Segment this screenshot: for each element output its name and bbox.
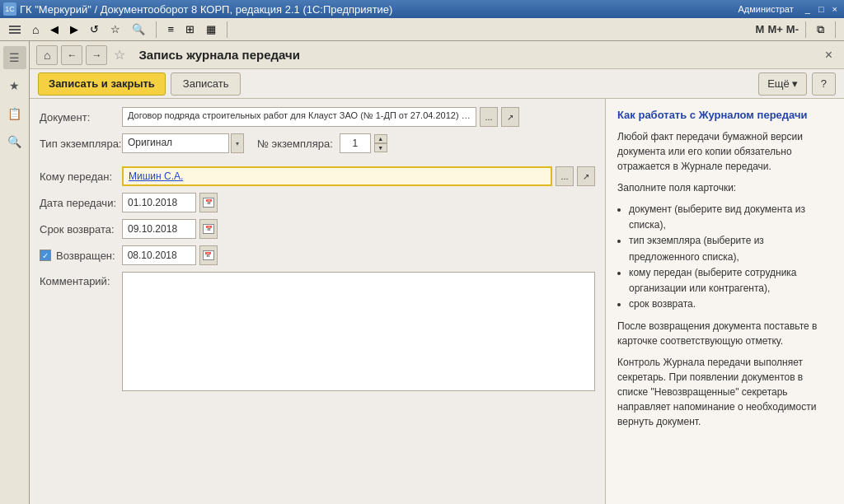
form-left: Документ: Договор подряда строительных р… bbox=[30, 99, 605, 504]
more-button[interactable]: Ещё ▾ bbox=[758, 72, 807, 96]
return-deadline-input[interactable] bbox=[122, 219, 196, 239]
comment-textarea[interactable] bbox=[122, 272, 595, 391]
doc-home-btn[interactable]: ⌂ bbox=[36, 45, 58, 65]
doc-close-btn[interactable]: × bbox=[820, 48, 837, 63]
help-list-item: срок возврата. bbox=[629, 296, 832, 312]
close-btn-app[interactable]: × bbox=[829, 3, 841, 15]
doc-forward-btn[interactable]: → bbox=[86, 45, 107, 65]
help-button[interactable]: ? bbox=[812, 72, 836, 96]
comment-label: Комментарий: bbox=[40, 272, 122, 287]
document-field: Договор подряда строительных работ для К… bbox=[122, 107, 595, 127]
document-choose-btn[interactable]: ... bbox=[480, 107, 498, 127]
returned-checkbox[interactable]: ✓ bbox=[40, 250, 51, 261]
comment-row: Комментарий: bbox=[40, 272, 595, 391]
toolbar-window-btn[interactable]: ⧉ bbox=[813, 21, 828, 39]
type-field: Оригинал ▾ № экземпляра: ▲ ▼ bbox=[122, 133, 595, 153]
help-list: документ (выберите вид документа из спис… bbox=[629, 202, 832, 312]
return-deadline-row: Срок возврата: 📅 bbox=[40, 219, 595, 239]
date-transfer-row: Дата передачи: 📅 bbox=[40, 193, 595, 212]
whom-field: Мишин С.А. ... ↗ bbox=[122, 166, 595, 186]
help-control: Контроль Журнала передачи выполняет секр… bbox=[617, 355, 832, 429]
sidebar-star-icon[interactable]: ★ bbox=[3, 74, 26, 97]
save-button[interactable]: Записать bbox=[171, 72, 241, 96]
document-input[interactable]: Договор подряда строительных работ для К… bbox=[122, 107, 476, 127]
toolbar-back-btn[interactable]: ◀ bbox=[46, 21, 63, 38]
doc-toolbar: ⌂ ← → ☆ Запись журнала передачи × bbox=[30, 41, 844, 69]
document-open-btn[interactable]: ↗ bbox=[501, 107, 519, 127]
toolbar-refresh-btn[interactable]: ↺ bbox=[86, 21, 103, 38]
sidebar-search-icon[interactable]: 🔍 bbox=[3, 130, 26, 153]
date-transfer-cal-btn[interactable]: 📅 bbox=[199, 193, 218, 212]
return-deadline-cal-btn[interactable]: 📅 bbox=[199, 219, 218, 239]
calendar-icon: 📅 bbox=[203, 198, 214, 208]
title-bar-left: 1С ГК "Меркурий" / Документооборот 8 КОР… bbox=[3, 2, 392, 16]
whom-choose-btn[interactable]: ... bbox=[556, 166, 574, 186]
help-list-item: тип экземпляра (выберите из предложенног… bbox=[629, 233, 832, 264]
help-fill-label: Заполните поля карточки: bbox=[617, 180, 832, 195]
left-sidebar: ☰ ★ 📋 🔍 bbox=[0, 41, 30, 504]
mplus-label: M+ bbox=[767, 23, 782, 35]
toolbar-grid-btn[interactable]: ⊞ bbox=[181, 21, 199, 38]
whom-open-btn[interactable]: ↗ bbox=[577, 166, 595, 186]
user-label: Администрат bbox=[738, 4, 794, 14]
calendar-icon-3: 📅 bbox=[203, 250, 214, 260]
save-close-button[interactable]: Записать и закрыть bbox=[38, 72, 166, 96]
help-after-return: После возвращения документа поставьте в … bbox=[617, 319, 832, 348]
help-intro: Любой факт передачи бумажной версии доку… bbox=[617, 129, 832, 174]
content-area: ⌂ ← → ☆ Запись журнала передачи × Записа… bbox=[30, 41, 844, 504]
date-transfer-label: Дата передачи: bbox=[40, 197, 122, 209]
toolbar-search-btn[interactable]: 🔍 bbox=[128, 21, 149, 38]
whom-input[interactable]: Мишин С.А. bbox=[122, 166, 552, 186]
num-spin-up[interactable]: ▲ bbox=[374, 134, 387, 143]
returned-label: Возвращен: bbox=[56, 250, 115, 262]
comment-section: Комментарий: bbox=[40, 272, 595, 391]
doc-star-btn[interactable]: ☆ bbox=[110, 47, 129, 63]
form-body: Документ: Договор подряда строительных р… bbox=[30, 99, 844, 504]
sidebar-clipboard-icon[interactable]: 📋 bbox=[3, 102, 26, 125]
app-icon: 1С bbox=[3, 2, 16, 16]
mminus-label: M- bbox=[786, 23, 799, 35]
separator3 bbox=[805, 21, 806, 38]
separator2 bbox=[227, 21, 227, 38]
toolbar-forward-btn[interactable]: ▶ bbox=[66, 21, 82, 38]
title-bar-right: Администрат _ □ × bbox=[738, 3, 841, 15]
toolbar-home-btn[interactable]: ⌂ bbox=[28, 21, 43, 39]
title-bar-text: ГК "Меркурий" / Документооборот 8 КОРП, … bbox=[20, 3, 392, 16]
type-dropdown-btn[interactable]: ▾ bbox=[231, 133, 244, 153]
type-row: Тип экземпляра: Оригинал ▾ № экземпляра:… bbox=[40, 133, 595, 153]
calendar-icon-2: 📅 bbox=[203, 224, 214, 234]
toolbar-list-btn[interactable]: ≡ bbox=[163, 21, 178, 38]
document-label: Документ: bbox=[40, 111, 122, 124]
returned-cal-btn[interactable]: 📅 bbox=[199, 245, 218, 265]
num-spin: ▲ ▼ bbox=[374, 134, 387, 152]
returned-date-input[interactable] bbox=[122, 245, 196, 265]
minimize-btn[interactable]: _ bbox=[802, 3, 814, 15]
date-transfer-input[interactable] bbox=[122, 193, 196, 212]
app-toolbar: ⌂ ◀ ▶ ↺ ☆ 🔍 ≡ ⊞ ▦ M M+ M- ⧉ bbox=[0, 18, 844, 41]
help-list-item: кому передан (выберите сотрудника органи… bbox=[629, 265, 832, 296]
num-exemplar-input[interactable] bbox=[340, 133, 371, 153]
separator bbox=[156, 21, 157, 38]
doc-back-btn[interactable]: ← bbox=[61, 45, 82, 65]
return-deadline-label: Срок возврата: bbox=[40, 223, 122, 236]
num-exemplar-label: № экземпляра: bbox=[257, 138, 333, 150]
sidebar-menu-icon[interactable]: ☰ bbox=[3, 46, 26, 69]
returned-checkbox-wrap: ✓ Возвращен: bbox=[40, 250, 122, 262]
menu-btn[interactable] bbox=[5, 23, 25, 36]
main-container: ☰ ★ 📋 🔍 ⌂ ← → ☆ Запись журнала передачи … bbox=[0, 41, 844, 504]
num-spin-down[interactable]: ▼ bbox=[374, 143, 387, 152]
dropdown-arrow-icon: ▾ bbox=[792, 77, 798, 90]
document-row: Документ: Договор подряда строительных р… bbox=[40, 107, 595, 127]
type-dropdown-wrapper: Оригинал ▾ bbox=[122, 133, 244, 153]
toolbar-table-btn[interactable]: ▦ bbox=[202, 21, 220, 38]
type-label: Тип экземпляра: bbox=[40, 138, 122, 150]
form-toolbar: Записать и закрыть Записать Ещё ▾ ? bbox=[30, 69, 844, 99]
returned-row: ✓ Возвращен: 📅 bbox=[40, 245, 595, 265]
return-deadline-field: 📅 bbox=[122, 219, 595, 239]
toolbar-fav-btn[interactable]: ☆ bbox=[106, 21, 124, 38]
whom-label: Кому передан: bbox=[40, 170, 122, 183]
type-input[interactable]: Оригинал bbox=[122, 133, 229, 153]
maximize-btn[interactable]: □ bbox=[815, 3, 828, 15]
title-bar: 1С ГК "Меркурий" / Документооборот 8 КОР… bbox=[0, 0, 844, 18]
separator4 bbox=[835, 21, 836, 38]
